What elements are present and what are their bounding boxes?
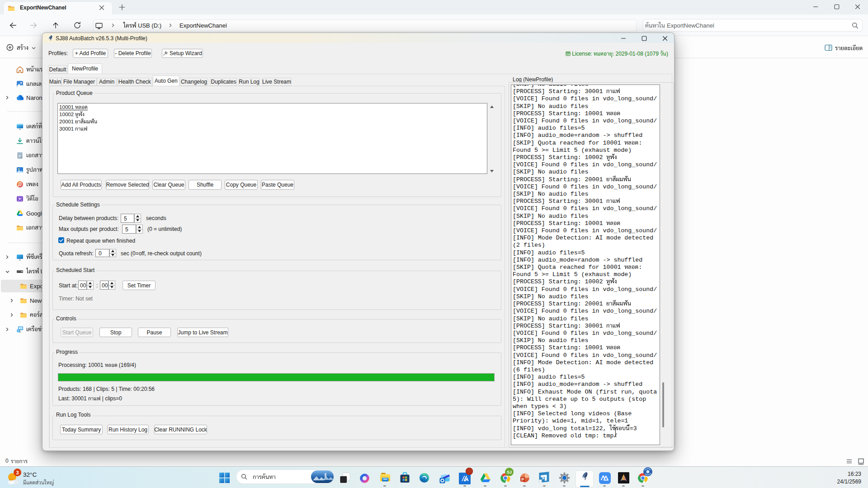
svg-text:P: P	[521, 477, 524, 482]
